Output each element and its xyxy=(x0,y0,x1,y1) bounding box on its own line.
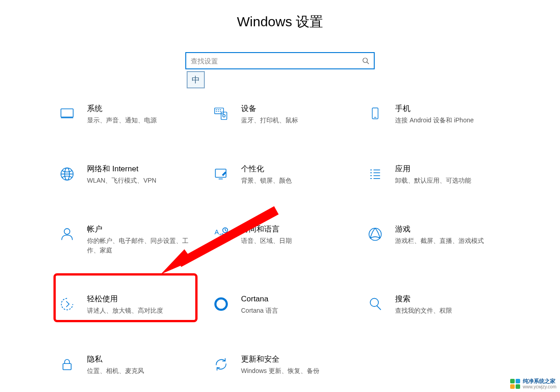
tile-privacy[interactable]: 隐私 位置、相机、麦克风 xyxy=(53,354,198,376)
svg-point-12 xyxy=(223,115,225,117)
cortana-icon xyxy=(212,295,230,313)
page-title: Windows 设置 xyxy=(0,13,560,31)
tile-title: 隐私 xyxy=(87,354,144,364)
svg-point-0 xyxy=(363,58,367,63)
tile-desc: 显示、声音、通知、电源 xyxy=(87,116,157,125)
tile-desc: 查找我的文件、权限 xyxy=(395,306,452,315)
tile-search[interactable]: 搜索 查找我的文件、权限 xyxy=(362,294,507,315)
tile-time-language[interactable]: A 字 时间和语言 语音、区域、日期 xyxy=(208,224,352,255)
update-icon xyxy=(212,355,230,373)
svg-rect-2 xyxy=(61,109,73,117)
tile-update[interactable]: 更新和安全 Windows 更新、恢复、备份 xyxy=(208,354,352,376)
tile-accounts[interactable]: 帐户 你的帐户、电子邮件、同步设置、工作、家庭 xyxy=(53,224,198,255)
svg-text:字: 字 xyxy=(219,232,227,241)
watermark: 纯净系统之家 www.ycwjzy.com xyxy=(510,378,556,389)
svg-point-34 xyxy=(369,228,381,241)
tile-desc: Windows 更新、恢复、备份 xyxy=(241,366,319,376)
svg-line-37 xyxy=(377,306,381,310)
tile-desc: Cortana 语言 xyxy=(241,306,278,315)
svg-point-35 xyxy=(215,299,227,310)
svg-line-33 xyxy=(225,230,227,231)
tile-desc: WLAN、飞行模式、VPN xyxy=(87,176,156,185)
tile-title: 应用 xyxy=(395,164,471,174)
tile-title: Cortana xyxy=(241,294,278,304)
tile-desc: 游戏栏、截屏、直播、游戏模式 xyxy=(395,236,484,246)
network-icon xyxy=(58,165,76,183)
tile-title: 搜索 xyxy=(395,294,452,304)
svg-rect-38 xyxy=(63,364,71,370)
tile-desc: 你的帐户、电子邮件、同步设置、工作、家庭 xyxy=(87,236,196,255)
tile-ease-of-access[interactable]: 轻松使用 讲述人、放大镜、高对比度 xyxy=(53,294,198,315)
apps-icon xyxy=(366,165,384,183)
tile-title: 游戏 xyxy=(395,224,484,234)
tile-title: 设备 xyxy=(241,104,298,114)
ease-of-access-icon xyxy=(58,295,76,313)
tile-desc: 讲述人、放大镜、高对比度 xyxy=(87,306,163,315)
devices-icon xyxy=(212,105,230,123)
tile-system[interactable]: 系统 显示、声音、通知、电源 xyxy=(53,104,198,125)
tile-desc: 背景、锁屏、颜色 xyxy=(241,176,292,185)
svg-rect-11 xyxy=(221,112,227,119)
tile-title: 更新和安全 xyxy=(241,354,319,364)
tile-personalization[interactable]: 个性化 背景、锁屏、颜色 xyxy=(208,164,352,185)
system-icon xyxy=(58,105,76,123)
gaming-icon xyxy=(366,225,384,243)
tile-network[interactable]: 网络和 Internet WLAN、飞行模式、VPN xyxy=(53,164,198,185)
ime-indicator: 中 xyxy=(187,71,205,88)
tile-title: 帐户 xyxy=(87,224,196,234)
svg-point-36 xyxy=(370,299,378,307)
tile-title: 系统 xyxy=(87,104,157,114)
search-input[interactable] xyxy=(191,57,362,65)
tile-desc: 连接 Android 设备和 iPhone xyxy=(395,116,474,125)
tile-phone[interactable]: 手机 连接 Android 设备和 iPhone xyxy=(362,104,507,125)
svg-point-28 xyxy=(64,229,70,235)
personalization-icon xyxy=(212,165,230,183)
tile-title: 手机 xyxy=(395,104,474,114)
watermark-url: www.ycwjzy.com xyxy=(523,384,556,389)
svg-text:A: A xyxy=(215,228,219,236)
tile-devices[interactable]: 设备 蓝牙、打印机、鼠标 xyxy=(208,104,352,125)
search-icon xyxy=(362,57,369,64)
svg-rect-4 xyxy=(215,108,224,114)
tile-apps[interactable]: 应用 卸载、默认应用、可选功能 xyxy=(362,164,507,185)
tile-cortana[interactable]: Cortana Cortana 语言 xyxy=(208,294,352,315)
accounts-icon xyxy=(58,225,76,243)
tile-desc: 蓝牙、打印机、鼠标 xyxy=(241,116,298,125)
tile-title: 时间和语言 xyxy=(241,224,292,234)
tile-title: 网络和 Internet xyxy=(87,164,156,174)
settings-grid: 系统 显示、声音、通知、电源 设备 蓝牙、打印机、鼠标 手机 连接 xyxy=(53,104,507,376)
watermark-text: 纯净系统之家 xyxy=(523,378,556,384)
tile-title: 个性化 xyxy=(241,164,292,174)
tile-desc: 位置、相机、麦克风 xyxy=(87,366,144,376)
tile-desc: 卸载、默认应用、可选功能 xyxy=(395,176,471,185)
search-box[interactable] xyxy=(185,52,375,69)
svg-line-1 xyxy=(367,62,369,64)
tile-desc: 语音、区域、日期 xyxy=(241,236,292,246)
phone-icon xyxy=(366,105,384,123)
watermark-logo-icon xyxy=(510,379,520,389)
tile-title: 轻松使用 xyxy=(87,294,163,304)
tile-gaming[interactable]: 游戏 游戏栏、截屏、直播、游戏模式 xyxy=(362,224,507,255)
time-language-icon: A 字 xyxy=(212,225,230,243)
privacy-icon xyxy=(58,355,76,373)
search-tile-icon xyxy=(366,295,384,313)
